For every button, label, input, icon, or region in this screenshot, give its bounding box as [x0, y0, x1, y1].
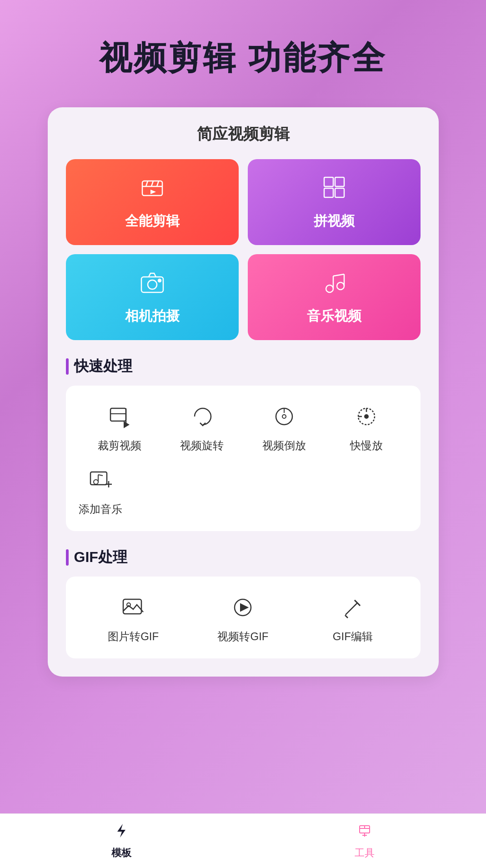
gif-section-bar	[66, 549, 69, 566]
video-to-gif-label: 视频转GIF	[217, 629, 268, 644]
music-icon	[321, 269, 348, 301]
svg-point-23	[282, 415, 286, 418]
svg-marker-38	[240, 604, 248, 611]
svg-line-41	[355, 600, 357, 603]
section-bar	[66, 358, 69, 375]
gif-process-header: GIF处理	[66, 547, 421, 567]
nav-template[interactable]: 模板	[0, 814, 243, 868]
svg-rect-9	[335, 188, 344, 197]
quick-process-title: 快速处理	[74, 356, 132, 376]
svg-point-14	[337, 282, 344, 290]
btn-music-video-label: 音乐视频	[307, 307, 361, 326]
btn-music-video[interactable]: 音乐视频	[248, 254, 421, 340]
img-gif-icon	[121, 596, 145, 619]
svg-marker-42	[345, 615, 348, 618]
clapper-icon	[139, 174, 166, 206]
img-to-gif-icon-wrap	[117, 591, 150, 624]
tool-speed[interactable]: 快慢放	[326, 400, 408, 453]
reverse-icon-wrap	[268, 400, 301, 433]
svg-marker-5	[150, 190, 156, 194]
svg-point-12	[158, 279, 161, 282]
nav-tools-label: 工具	[355, 846, 375, 860]
main-buttons-grid: 全能剪辑 拼视频	[66, 159, 421, 340]
tool-video-to-gif[interactable]: 视频转GIF	[188, 591, 298, 644]
reverse-icon	[272, 405, 296, 428]
speed-icon	[355, 405, 378, 428]
nav-template-label: 模板	[111, 846, 131, 860]
quick-tools-row2: 添加音乐	[79, 464, 408, 517]
svg-line-3	[151, 181, 153, 186]
trim-label: 裁剪视频	[98, 438, 141, 453]
gif-edit-icon	[341, 596, 365, 619]
card-title: 简应视频剪辑	[66, 124, 421, 145]
add-music-icon	[89, 468, 112, 492]
tool-reverse[interactable]: 视频倒放	[243, 400, 326, 453]
speed-icon-wrap	[350, 400, 383, 433]
btn-all-edit[interactable]: 全能剪辑	[66, 159, 239, 245]
trim-icon	[108, 405, 131, 428]
main-card: 简应视频剪辑 全能剪辑	[48, 107, 439, 677]
img-to-gif-label: 图片转GIF	[108, 629, 159, 644]
camera-icon	[139, 269, 166, 301]
gif-tools-grid: 图片转GIF 视频转GIF	[79, 591, 408, 644]
svg-line-32	[98, 475, 103, 476]
quick-process-header: 快速处理	[66, 356, 421, 376]
tool-add-music[interactable]: 添加音乐	[79, 464, 122, 517]
svg-rect-18	[110, 408, 126, 421]
btn-edit-label: 全能剪辑	[125, 212, 180, 231]
btn-camera[interactable]: 相机拍摄	[66, 254, 239, 340]
rotate-label: 视频旋转	[180, 438, 224, 453]
btn-camera-label: 相机拍摄	[125, 307, 180, 326]
svg-rect-6	[324, 177, 333, 186]
svg-point-13	[326, 285, 333, 292]
btn-collage[interactable]: 拼视频	[248, 159, 421, 245]
svg-rect-7	[335, 177, 344, 186]
tool-gif-edit[interactable]: GIF编辑	[298, 591, 407, 644]
svg-line-40	[357, 603, 360, 606]
quick-tools-grid: 裁剪视频 视频旋转	[79, 400, 408, 453]
rotate-icon	[190, 405, 214, 428]
bottom-nav: 模板 工具	[0, 813, 486, 868]
page-title: 视频剪辑 功能齐全	[99, 36, 386, 80]
gif-edit-icon-wrap	[336, 591, 369, 624]
nav-tools[interactable]: 工具	[243, 814, 486, 868]
grid-icon	[321, 174, 348, 206]
video-gif-icon	[231, 596, 255, 619]
add-music-label: 添加音乐	[79, 502, 122, 517]
svg-line-4	[157, 181, 159, 186]
tools-icon	[356, 822, 373, 843]
svg-marker-43	[117, 824, 125, 838]
speed-label: 快慢放	[350, 438, 383, 453]
quick-process-card: 裁剪视频 视频旋转	[66, 386, 421, 531]
svg-rect-8	[324, 188, 333, 197]
gif-process-card: 图片转GIF 视频转GIF	[66, 577, 421, 658]
gif-edit-label: GIF编辑	[333, 629, 373, 644]
tool-trim[interactable]: 裁剪视频	[79, 400, 161, 453]
svg-point-26	[365, 415, 368, 418]
video-to-gif-icon-wrap	[226, 591, 259, 624]
svg-line-39	[346, 603, 357, 615]
svg-line-2	[146, 181, 148, 186]
lightning-icon	[113, 822, 130, 843]
svg-line-17	[333, 274, 344, 276]
svg-point-30	[94, 480, 98, 484]
tool-rotate[interactable]: 视频旋转	[161, 400, 243, 453]
svg-point-11	[148, 280, 157, 289]
trim-icon-wrap	[103, 400, 136, 433]
rotate-icon-wrap	[185, 400, 218, 433]
tool-img-to-gif[interactable]: 图片转GIF	[79, 591, 188, 644]
add-music-icon-wrap	[84, 464, 117, 497]
gif-process-title: GIF处理	[74, 547, 127, 567]
btn-collage-label: 拼视频	[314, 212, 355, 231]
reverse-label: 视频倒放	[262, 438, 306, 453]
